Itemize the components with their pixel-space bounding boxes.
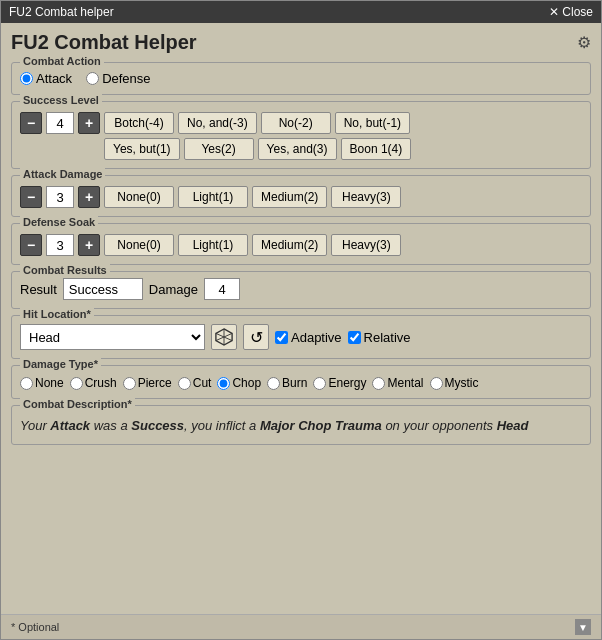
damage-pierce-label[interactable]: Pierce [123, 376, 172, 390]
relative-checkbox[interactable] [348, 331, 361, 344]
damage-value-input[interactable] [204, 278, 240, 300]
damage-type-options: None Crush Pierce Cut Chop Burn Energy M… [20, 376, 582, 390]
attack-bold: Attack [50, 418, 90, 433]
damage-mental-label[interactable]: Mental [372, 376, 423, 390]
combat-action-section: Combat Action Attack Defense [11, 62, 591, 95]
attack-none-button[interactable]: None(0) [104, 186, 174, 208]
adaptive-label: Adaptive [291, 330, 342, 345]
damage-crush-radio[interactable] [70, 377, 83, 390]
defense-medium-button[interactable]: Medium(2) [252, 234, 327, 256]
gear-icon[interactable]: ⚙ [577, 33, 591, 52]
combat-results-row: Result Damage [20, 278, 582, 300]
attack-value-input[interactable] [46, 186, 74, 208]
hit-location-label: Hit Location* [20, 308, 94, 320]
success-level-section: Success Level − + Botch(-4) No, and(-3) … [11, 101, 591, 169]
defense-stepper: − + [20, 234, 100, 256]
damage-mystic-radio[interactable] [430, 377, 443, 390]
damage-energy-label[interactable]: Energy [313, 376, 366, 390]
success-btn-row1: Botch(-4) No, and(-3) No(-2) No, but(-1) [104, 112, 411, 134]
hit-location-row: Head Torso Left Arm Right Arm Left Leg R… [20, 324, 582, 350]
boon1-button[interactable]: Boon 1(4) [341, 138, 412, 160]
footer: * Optional ▼ [1, 614, 601, 639]
attack-damage-buttons: None(0) Light(1) Medium(2) Heavy(3) [104, 186, 401, 208]
app-title: FU2 Combat Helper [11, 31, 197, 54]
success-value-input[interactable] [46, 112, 74, 134]
adaptive-checkbox-label[interactable]: Adaptive [275, 330, 342, 345]
success-btn-row2: Yes, but(1) Yes(2) Yes, and(3) Boon 1(4) [104, 138, 411, 160]
scroll-down-button[interactable]: ▼ [575, 619, 591, 635]
combat-results-section: Combat Results Result Damage [11, 271, 591, 309]
damage-burn-radio[interactable] [267, 377, 280, 390]
defense-increase-button[interactable]: + [78, 234, 100, 256]
attack-radio-label[interactable]: Attack [20, 71, 72, 86]
damage-crush-label[interactable]: Crush [70, 376, 117, 390]
defense-light-button[interactable]: Light(1) [178, 234, 248, 256]
damage-energy-radio[interactable] [313, 377, 326, 390]
damage-mystic-label[interactable]: Mystic [430, 376, 479, 390]
result-label: Result [20, 282, 57, 297]
app-header: FU2 Combat Helper ⚙ [11, 31, 591, 54]
damage-cut-label[interactable]: Cut [178, 376, 212, 390]
defense-radio-label[interactable]: Defense [86, 71, 150, 86]
success-stepper: − + [20, 112, 100, 134]
dice-svg-icon [215, 328, 233, 346]
attack-heavy-button[interactable]: Heavy(3) [331, 186, 401, 208]
combat-description-section: Combat Description* Your Attack was a Su… [11, 405, 591, 445]
main-window: FU2 Combat helper ✕ Close FU2 Combat Hel… [0, 0, 602, 640]
defense-soak-label: Defense Soak [20, 216, 98, 228]
adaptive-checkbox[interactable] [275, 331, 288, 344]
no-and-button[interactable]: No, and(-3) [178, 112, 257, 134]
damage-type-section: Damage Type* None Crush Pierce Cut Chop … [11, 365, 591, 399]
yes-button[interactable]: Yes(2) [184, 138, 254, 160]
trauma-bold: Major Chop Trauma [260, 418, 382, 433]
success-level-row: − + Botch(-4) No, and(-3) No(-2) No, but… [20, 112, 582, 160]
hit-location-section: Hit Location* Head Torso Left Arm Right … [11, 315, 591, 359]
no-button[interactable]: No(-2) [261, 112, 331, 134]
damage-none-label[interactable]: None [20, 376, 64, 390]
attack-increase-button[interactable]: + [78, 186, 100, 208]
damage-burn-label[interactable]: Burn [267, 376, 307, 390]
damage-mental-radio[interactable] [372, 377, 385, 390]
damage-cut-radio[interactable] [178, 377, 191, 390]
defense-value-input[interactable] [46, 234, 74, 256]
attack-radio[interactable] [20, 72, 33, 85]
attack-decrease-button[interactable]: − [20, 186, 42, 208]
damage-chop-radio[interactable] [217, 377, 230, 390]
attack-light-button[interactable]: Light(1) [178, 186, 248, 208]
result-value-input[interactable] [63, 278, 143, 300]
no-but-button[interactable]: No, but(-1) [335, 112, 410, 134]
success-buttons: Botch(-4) No, and(-3) No(-2) No, but(-1)… [104, 112, 411, 160]
damage-none-radio[interactable] [20, 377, 33, 390]
defense-soak-section: Defense Soak − + None(0) Light(1) Medium… [11, 223, 591, 265]
combat-results-label: Combat Results [20, 264, 110, 276]
titlebar-title: FU2 Combat helper [9, 5, 114, 19]
damage-chop-label[interactable]: Chop [217, 376, 261, 390]
damage-pierce-radio[interactable] [123, 377, 136, 390]
combat-action-radio-row: Attack Defense [20, 71, 582, 86]
location-bold: Head [497, 418, 529, 433]
success-increase-button[interactable]: + [78, 112, 100, 134]
refresh-icon-button[interactable]: ↺ [243, 324, 269, 350]
yes-but-button[interactable]: Yes, but(1) [104, 138, 180, 160]
success-level-label: Success Level [20, 94, 102, 106]
hit-location-select[interactable]: Head Torso Left Arm Right Arm Left Leg R… [20, 324, 205, 350]
close-button[interactable]: ✕ Close [549, 5, 593, 19]
defense-none-button[interactable]: None(0) [104, 234, 174, 256]
attack-stepper: − + [20, 186, 100, 208]
combat-description-text: Your Attack was a Success, you inflict a… [20, 416, 582, 436]
damage-type-label: Damage Type* [20, 358, 101, 370]
success-decrease-button[interactable]: − [20, 112, 42, 134]
yes-and-button[interactable]: Yes, and(3) [258, 138, 337, 160]
damage-label: Damage [149, 282, 198, 297]
content-area: FU2 Combat Helper ⚙ Combat Action Attack… [1, 23, 601, 614]
relative-checkbox-label[interactable]: Relative [348, 330, 411, 345]
attack-medium-button[interactable]: Medium(2) [252, 186, 327, 208]
botch-button[interactable]: Botch(-4) [104, 112, 174, 134]
defense-decrease-button[interactable]: − [20, 234, 42, 256]
defense-heavy-button[interactable]: Heavy(3) [331, 234, 401, 256]
defense-soak-row: − + None(0) Light(1) Medium(2) Heavy(3) [20, 234, 582, 256]
defense-radio[interactable] [86, 72, 99, 85]
titlebar: FU2 Combat helper ✕ Close [1, 1, 601, 23]
defense-soak-buttons: None(0) Light(1) Medium(2) Heavy(3) [104, 234, 401, 256]
dice-icon-button[interactable] [211, 324, 237, 350]
